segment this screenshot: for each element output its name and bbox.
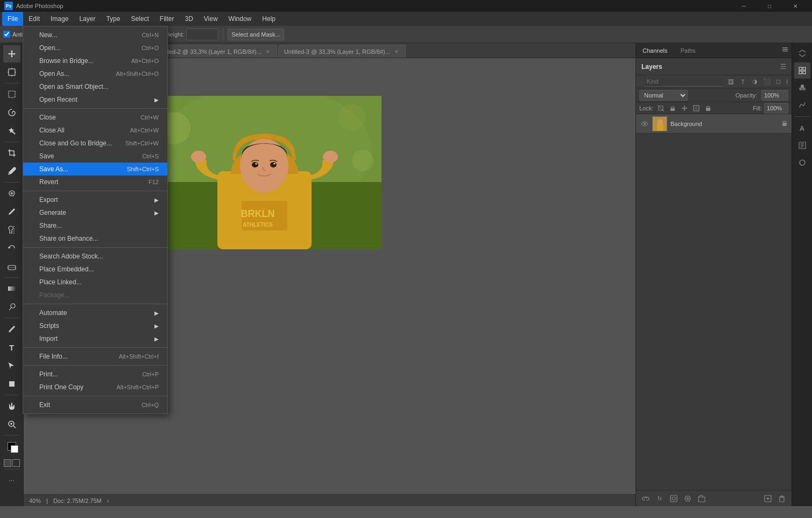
- minimize-btn[interactable]: ─: [731, 0, 756, 12]
- menu-file[interactable]: File: [2, 12, 23, 26]
- layer-opt-adjust[interactable]: ◑: [750, 77, 760, 87]
- close-btn[interactable]: ✕: [783, 0, 808, 12]
- tool-crop[interactable]: [3, 144, 20, 162]
- lock-all[interactable]: [704, 104, 712, 113]
- tool-path-select[interactable]: [3, 357, 20, 374]
- menu-layer[interactable]: Layer: [74, 12, 101, 26]
- channels-tab[interactable]: Channels: [636, 43, 674, 58]
- layer-item-background[interactable]: Background: [636, 114, 792, 134]
- layer-adj-btn[interactable]: [682, 493, 693, 504]
- menu-item-print-one[interactable]: Print One Copy Alt+Shift+Ctrl+P: [23, 381, 167, 394]
- menu-item-place-linked[interactable]: Place Linked...: [23, 276, 167, 289]
- panel-icon-adjust[interactable]: [794, 155, 810, 171]
- tool-type[interactable]: T: [3, 339, 20, 356]
- layer-opt-active[interactable]: [787, 79, 787, 85]
- panel-icon-paths[interactable]: [794, 97, 810, 113]
- tool-stamp[interactable]: [3, 221, 20, 239]
- menu-item-new[interactable]: New... Ctrl+N: [23, 29, 167, 41]
- layer-mask-btn[interactable]: [668, 493, 679, 504]
- select-mask-btn[interactable]: Select and Mask...: [228, 29, 284, 40]
- screen-mode-btn[interactable]: [12, 459, 20, 467]
- menu-item-open-recent[interactable]: Open Recent ▶: [23, 93, 167, 106]
- blend-mode-select[interactable]: Normal Multiply Screen Overlay: [639, 90, 688, 101]
- menu-item-file-info[interactable]: File Info... Alt+Shift+Ctrl+I: [23, 350, 167, 363]
- tab-3-close[interactable]: ✕: [393, 48, 400, 55]
- status-arrow[interactable]: ›: [107, 498, 109, 504]
- quick-mask-btn[interactable]: [4, 459, 11, 467]
- tab-2[interactable]: Untitled-2 @ 33,3% (Layer 1, RGB/8#)... …: [150, 45, 277, 58]
- tool-history-brush[interactable]: [3, 240, 20, 257]
- color-swatches[interactable]: [3, 440, 20, 457]
- menu-item-export[interactable]: Export ▶: [23, 193, 167, 206]
- layer-opt-text[interactable]: T: [738, 77, 748, 87]
- menu-item-search-stock[interactable]: Search Adobe Stock...: [23, 250, 167, 263]
- lock-position[interactable]: [680, 104, 689, 113]
- menu-item-open-smart[interactable]: Open as Smart Object...: [23, 80, 167, 93]
- layer-group-btn[interactable]: [696, 493, 707, 504]
- tool-extra[interactable]: ···: [3, 472, 20, 489]
- menu-edit[interactable]: Edit: [23, 12, 45, 26]
- menu-window[interactable]: Window: [223, 12, 257, 26]
- menu-3d[interactable]: 3D: [179, 12, 198, 26]
- tool-brush[interactable]: [3, 203, 20, 220]
- menu-help[interactable]: Help: [257, 12, 281, 26]
- menu-item-save-as[interactable]: Save As... Shift+Ctrl+S: [23, 163, 167, 176]
- menu-item-import[interactable]: Import ▶: [23, 332, 167, 345]
- menu-item-open[interactable]: Open... Ctrl+O: [23, 41, 167, 54]
- tool-move[interactable]: [3, 45, 20, 62]
- menu-item-open-as[interactable]: Open As... Alt+Shift+Ctrl+O: [23, 67, 167, 80]
- menu-item-generate[interactable]: Generate ▶: [23, 206, 167, 219]
- tool-shape[interactable]: [3, 375, 20, 393]
- panel-icon-type[interactable]: A: [794, 120, 810, 136]
- lock-artboard[interactable]: [692, 104, 701, 113]
- tool-dodge[interactable]: [3, 298, 20, 316]
- height-input[interactable]: [186, 29, 218, 40]
- tool-artboard[interactable]: [3, 64, 20, 81]
- tool-hand[interactable]: [3, 397, 20, 415]
- layer-eye-background[interactable]: [640, 120, 649, 128]
- menu-item-close[interactable]: Close Ctrl+W: [23, 111, 167, 124]
- menu-item-share[interactable]: Share...: [23, 219, 167, 232]
- layers-menu-icon[interactable]: ☰: [780, 63, 786, 71]
- menu-item-revert[interactable]: Revert F12: [23, 176, 167, 188]
- menu-item-place-embedded[interactable]: Place Embedded...: [23, 263, 167, 276]
- layers-search-input[interactable]: [645, 77, 723, 87]
- menu-item-print[interactable]: Print... Ctrl+P: [23, 368, 167, 381]
- tab-2-close[interactable]: ✕: [265, 48, 271, 55]
- tool-gradient[interactable]: [3, 280, 20, 297]
- opacity-input[interactable]: [761, 90, 788, 101]
- layer-opt-image[interactable]: 🖼: [726, 77, 736, 87]
- lock-transparent[interactable]: [656, 104, 665, 113]
- tab-3[interactable]: Untitled-3 @ 33,3% (Layer 1, RGB/8#)... …: [278, 45, 406, 58]
- tool-rect-select[interactable]: [3, 86, 20, 103]
- panel-icon-char[interactable]: [794, 137, 810, 153]
- tool-magic-wand[interactable]: [3, 122, 20, 139]
- tool-healing[interactable]: [3, 185, 20, 202]
- panel-icon-expand[interactable]: [794, 45, 810, 61]
- layer-fx-btn[interactable]: fx: [654, 493, 665, 504]
- lock-image[interactable]: [668, 104, 677, 113]
- menu-item-close-bridge[interactable]: Close and Go to Bridge... Shift+Ctrl+W: [23, 137, 167, 150]
- menu-view[interactable]: View: [199, 12, 223, 26]
- layer-opt-shape[interactable]: ⬛: [762, 77, 772, 87]
- menu-image[interactable]: Image: [45, 12, 74, 26]
- panel-icon-channels[interactable]: [794, 80, 810, 96]
- menu-item-close-all[interactable]: Close All Alt+Ctrl+W: [23, 124, 167, 137]
- layer-link-btn[interactable]: [640, 493, 651, 504]
- tool-pen[interactable]: [3, 320, 20, 338]
- menu-type[interactable]: Type: [101, 12, 125, 26]
- menu-item-save[interactable]: Save Ctrl+S: [23, 150, 167, 163]
- menu-item-scripts[interactable]: Scripts ▶: [23, 319, 167, 332]
- background-color[interactable]: [11, 445, 18, 453]
- paths-tab[interactable]: Paths: [674, 43, 702, 58]
- tool-eraser[interactable]: [3, 258, 20, 275]
- layer-delete-btn[interactable]: [776, 493, 787, 504]
- menu-item-exit[interactable]: Exit Ctrl+Q: [23, 398, 167, 411]
- menu-item-browse[interactable]: Browse in Bridge... Alt+Ctrl+O: [23, 54, 167, 67]
- menu-filter[interactable]: Filter: [154, 12, 180, 26]
- channels-menu-icon[interactable]: [782, 46, 792, 54]
- layer-opt-smart[interactable]: ◻: [774, 77, 783, 87]
- menu-item-automate[interactable]: Automate ▶: [23, 306, 167, 319]
- layer-new-btn[interactable]: [762, 493, 773, 504]
- anti-alias-input[interactable]: [3, 31, 10, 38]
